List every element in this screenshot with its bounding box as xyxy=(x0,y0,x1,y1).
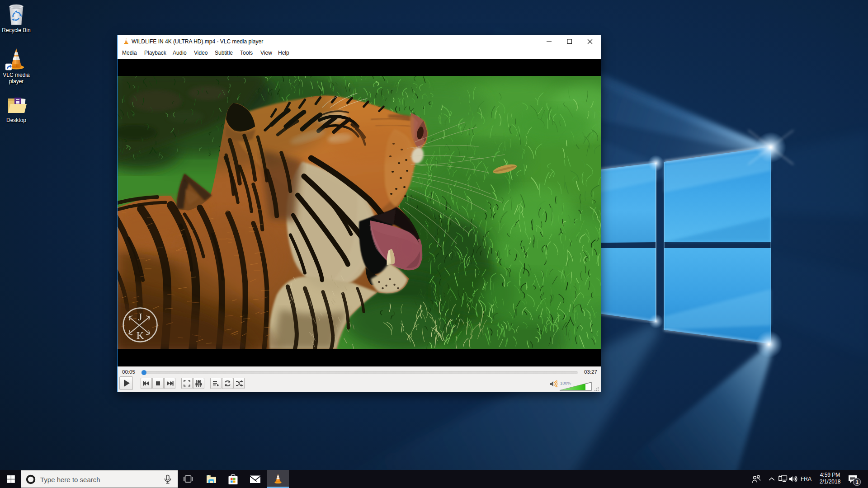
svg-text:J: J xyxy=(138,311,142,323)
svg-text:K: K xyxy=(137,329,144,341)
svg-text:1: 1 xyxy=(856,479,859,485)
